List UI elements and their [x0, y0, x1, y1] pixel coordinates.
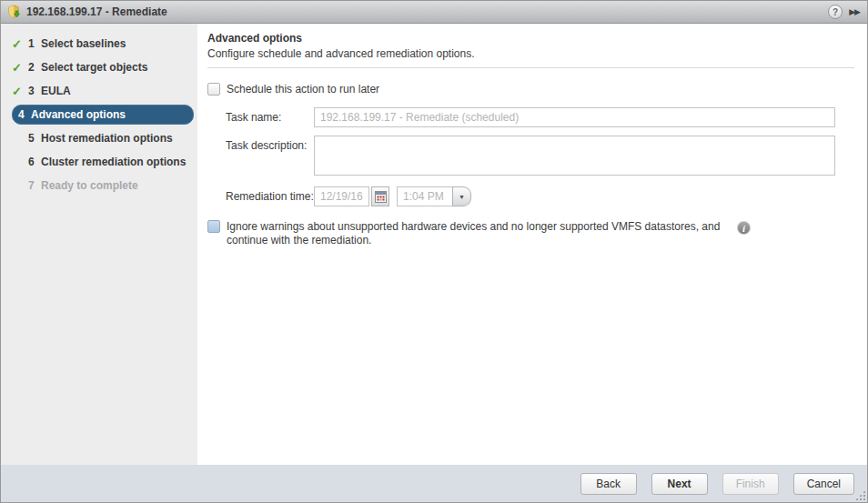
remediation-date-input[interactable] [314, 186, 369, 206]
cancel-button[interactable]: Cancel [793, 473, 854, 495]
sidebar-step-host-remediation-options[interactable]: 5 Host remediation options [1, 126, 197, 150]
page-title: Advanced options [207, 32, 854, 45]
schedule-checkbox-label: Schedule this action to run later [227, 83, 379, 96]
finish-button: Finish [722, 473, 779, 495]
sidebar-step-eula[interactable]: ✓ 3 EULA [1, 79, 197, 103]
step-number: 1 [28, 37, 41, 50]
sidebar-step-select-target-objects[interactable]: ✓ 2 Select target objects [1, 55, 197, 79]
check-icon: ✓ [12, 61, 28, 75]
sidebar-step-advanced-options[interactable]: 4 Advanced options [12, 105, 194, 125]
wizard-body: ✓ 1 Select baselines ✓ 2 Select target o… [1, 24, 867, 465]
step-number: 3 [28, 85, 41, 97]
schedule-row: Schedule this action to run later [207, 83, 854, 96]
calendar-picker-button[interactable] [371, 186, 389, 206]
info-icon[interactable]: i [737, 221, 751, 235]
task-name-input[interactable] [314, 107, 835, 127]
step-label: Ready to complete [41, 179, 138, 192]
remediate-wizard-window: 192.168.199.17 - Remediate ? ▶▶ ✓ 1 Sele… [0, 0, 868, 503]
step-label: Host remediation options [41, 132, 173, 145]
remediation-time-label: Remediation time: [207, 186, 314, 206]
schedule-form: Task name: Task description: Remediation… [207, 107, 854, 206]
step-number: 5 [28, 132, 41, 145]
task-name-label: Task name: [207, 107, 314, 127]
page-subtitle: Configure schedule and advanced remediat… [207, 47, 854, 60]
skip-to-finish-icon[interactable]: ▶▶ [849, 7, 860, 16]
calendar-icon [375, 191, 387, 203]
step-number: 7 [28, 179, 41, 192]
help-button[interactable]: ? [828, 5, 843, 19]
header-divider [207, 67, 854, 68]
schedule-checkbox[interactable] [207, 83, 220, 96]
chevron-down-icon: ▼ [459, 194, 465, 200]
task-description-row: Task description: [207, 136, 854, 176]
resize-grip[interactable] [855, 490, 865, 500]
sidebar-step-cluster-remediation-options[interactable]: 6 Cluster remediation options [1, 150, 197, 174]
step-label: Advanced options [31, 108, 126, 121]
ignore-warnings-row: Ignore warnings about unsupported hardwa… [207, 220, 854, 247]
wizard-steps-sidebar: ✓ 1 Select baselines ✓ 2 Select target o… [1, 24, 197, 465]
step-number: 6 [28, 156, 41, 168]
remediation-time-row: Remediation time: [207, 186, 854, 206]
step-label: Select baselines [41, 37, 126, 50]
task-name-row: Task name: [207, 107, 854, 127]
wizard-footer: Back Next Finish Cancel [1, 465, 867, 502]
ignore-warnings-checkbox[interactable] [207, 220, 220, 233]
next-button[interactable]: Next [651, 473, 708, 495]
back-button[interactable]: Back [580, 473, 637, 495]
task-description-input[interactable] [314, 136, 835, 176]
titlebar: 192.168.199.17 - Remediate ? ▶▶ [1, 1, 867, 24]
task-description-label: Task description: [207, 136, 314, 176]
advanced-options-panel: Advanced options Configure schedule and … [197, 24, 867, 465]
step-label: Select target objects [41, 61, 147, 74]
sidebar-step-ready-to-complete: 7 Ready to complete [1, 174, 197, 197]
sidebar-step-select-baselines[interactable]: ✓ 1 Select baselines [1, 32, 197, 55]
check-icon: ✓ [12, 85, 28, 98]
step-number: 2 [28, 61, 41, 74]
ignore-warnings-label: Ignore warnings about unsupported hardwa… [227, 220, 725, 247]
step-label: Cluster remediation options [41, 156, 186, 168]
remediate-shield-icon [6, 5, 21, 19]
window-title: 192.168.199.17 - Remediate [26, 5, 167, 18]
step-label: EULA [41, 85, 71, 97]
step-number: 4 [18, 108, 31, 121]
remediation-time-input[interactable] [397, 186, 453, 206]
check-icon: ✓ [12, 37, 28, 51]
time-dropdown-button[interactable]: ▼ [452, 186, 471, 206]
